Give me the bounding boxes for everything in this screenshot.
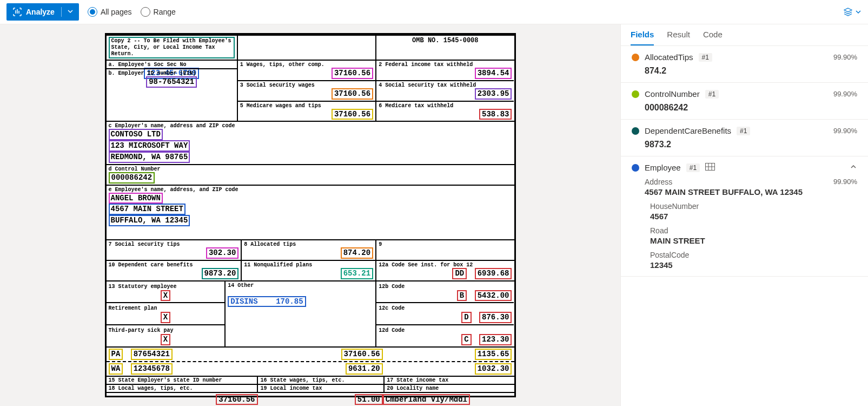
employee-addr1: 4567 MAIN STREET	[109, 204, 185, 215]
box13-retirement-label: Retirement plan	[109, 305, 157, 311]
employee-name: ANGEL BROWN	[109, 193, 163, 204]
table-icon[interactable]	[705, 163, 715, 172]
box8-value: 874.20	[341, 247, 373, 259]
collapse-toggle[interactable]	[850, 163, 857, 172]
field-name: DependentCareBenefits	[645, 126, 731, 135]
chevron-down-icon	[67, 8, 74, 15]
employee-label: e Employee's name, address, and ZIP code	[109, 187, 512, 193]
employer-label: c Employer's name, address and ZIP code	[109, 123, 512, 129]
layers-dropdown[interactable]	[843, 7, 862, 17]
field-color-dot	[632, 54, 639, 61]
state1-wages: 37160.56	[341, 349, 383, 360]
box15-label: 15 State Employer's state ID number	[107, 377, 257, 384]
layers-icon	[843, 7, 853, 17]
loc1-name: Cmberland Vly/Mddl	[383, 394, 470, 405]
field-badge: #1	[686, 163, 700, 172]
subfield-postal-label: PostalCode	[650, 251, 857, 259]
radio-range-label: Range	[154, 8, 176, 16]
box17-label: 17 State income tax	[383, 377, 514, 384]
result-tabs: Fields Result Code	[621, 24, 868, 46]
employer-addr1: 123 MICROSOFT WAY	[109, 140, 190, 152]
field-dependent-care[interactable]: DependentCareBenefits #1 99.90% 9873.2	[621, 120, 868, 156]
analyze-button[interactable]: Analyze	[6, 3, 79, 21]
box5-value: 37160.56	[332, 109, 373, 120]
analyze-dropdown[interactable]	[62, 8, 79, 16]
box12b-value: 5432.00	[475, 290, 512, 302]
box4-value: 2303.95	[475, 88, 512, 100]
field-color-dot	[632, 127, 639, 135]
employer-addr2: REDMOND, WA 98765	[109, 152, 190, 163]
box12c-code: D	[461, 312, 471, 323]
box16-label: 16 State wages, tips, etc.	[257, 377, 383, 384]
box12d-label: 12d Code	[379, 328, 405, 333]
fields-list[interactable]: AllocatedTips #1 99.90% 874.2 ControlNum…	[621, 46, 868, 406]
box1-label: 1 Wages, tips, other comp.	[240, 62, 373, 68]
field-value: 9873.2	[645, 140, 857, 149]
field-name: AllocatedTips	[645, 53, 693, 62]
ssn-label: a. Employee's Soc Sec No	[109, 62, 235, 68]
subfield-road-value: MAIN STREET	[650, 236, 857, 245]
box13-statutory-x: X	[161, 290, 170, 302]
analyze-icon	[13, 8, 22, 16]
radio-unchecked-icon	[141, 7, 150, 17]
field-control-number[interactable]: ControlNumber #1 99.90% 000086242	[621, 83, 868, 120]
tab-result[interactable]: Result	[667, 24, 690, 45]
document-viewer[interactable]: Copy 2 -- To Be Filed with Employee's St…	[0, 24, 620, 406]
state2-wages: 9631.20	[346, 363, 383, 375]
box13-sickpay-label: Third-party sick pay	[109, 328, 174, 333]
copy2-text: Copy 2 -- To Be Filed with Employee's St…	[109, 37, 235, 58]
subfield-postal-value: 12345	[650, 260, 857, 270]
subfield-house-label: HouseNumber	[650, 202, 857, 211]
box3-label: 3 Social security wages	[240, 82, 373, 88]
box14-label: 14 Other	[228, 283, 373, 289]
tab-fields[interactable]: Fields	[631, 24, 654, 45]
box7-label: 7 Social security tips	[109, 241, 239, 247]
box12b-label: 12b Code	[379, 284, 405, 290]
employee-addr2: BUFFALO, WA 12345	[109, 215, 190, 226]
box12d-value: 123.30	[479, 334, 512, 345]
box12d-code: C	[461, 334, 471, 345]
state1-code: PA	[109, 349, 123, 360]
box13-sickpay-x: X	[161, 334, 170, 345]
box12c-label: 12c Code	[379, 305, 405, 311]
box11-label: 11 Nonqualified plans	[244, 262, 373, 268]
box12c-value: 876.30	[479, 312, 512, 323]
tab-code[interactable]: Code	[703, 24, 723, 45]
field-allocated-tips[interactable]: AllocatedTips #1 99.90% 874.2	[621, 46, 868, 83]
box12a-code: DD	[452, 268, 467, 279]
box10-value: 9873.20	[202, 268, 239, 279]
field-employee[interactable]: Employee #1 Address99.90% 4567 MAIN STRE…	[621, 156, 868, 277]
field-color-dot	[632, 164, 639, 172]
field-name: Employee	[645, 163, 681, 172]
state1-id: 87654321	[131, 349, 173, 360]
box7-value: 302.30	[206, 247, 238, 259]
subfield-house-value: 4567	[650, 212, 857, 221]
box9-label: 9	[379, 241, 512, 247]
box5-label: 5 Medicare wages and tips	[240, 103, 373, 109]
analyze-label: Analyze	[26, 8, 55, 16]
field-confidence: 99.90%	[833, 127, 857, 135]
state1-tax: 1135.65	[475, 349, 512, 360]
subfield-address-conf: 99.90%	[833, 178, 857, 186]
box2-value: 3894.54	[475, 68, 512, 79]
field-confidence: 99.90%	[833, 90, 857, 98]
box11-value: 653.21	[341, 268, 373, 279]
radio-checked-icon	[88, 7, 97, 17]
ein-value: 98-7654321	[146, 76, 197, 88]
field-value: 000086242	[645, 103, 857, 113]
chevron-up-icon	[850, 163, 857, 171]
toolbar: Analyze All pages Range	[0, 0, 868, 24]
radio-range[interactable]: Range	[141, 7, 176, 17]
box2-label: 2 Federal income tax withheld	[379, 62, 512, 68]
box12a-value: 6939.68	[475, 268, 512, 279]
radio-all-pages[interactable]: All pages	[88, 7, 132, 17]
state2-tax: 1032.30	[475, 363, 512, 375]
w2-form: Copy 2 -- To Be Filed with Employee's St…	[105, 33, 516, 397]
box8-label: 8 Allocated tips	[244, 241, 373, 247]
state2-code: WA	[109, 363, 123, 375]
field-confidence: 99.90%	[833, 53, 857, 61]
box12a-label: 12a Code See inst. for box 12	[379, 262, 512, 268]
box12b-code: B	[457, 290, 467, 302]
subfield-address-label: Address	[645, 178, 672, 186]
ein-label: b. Employer ID number (EIN)	[109, 70, 235, 76]
